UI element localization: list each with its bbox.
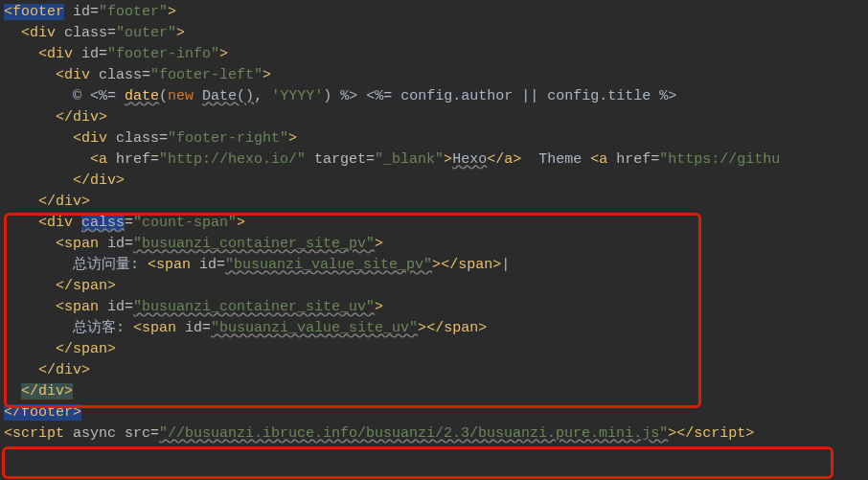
code-line: </div> <box>4 107 868 128</box>
highlight-box-2 <box>2 446 834 479</box>
code-editor[interactable]: <footer id="footer"> <div class="outer">… <box>0 0 868 480</box>
code-line: </div> <box>4 192 868 213</box>
code-line: <div class="footer-left"> <box>4 65 868 86</box>
code-line: </div> <box>4 381 868 402</box>
code-line: <span id="busuanzi_container_site_pv"> <box>4 234 868 255</box>
code-line: © <%= date(new Date(), 'YYYY') %> <%= co… <box>4 86 868 107</box>
code-line: <div id="footer-info"> <box>4 44 868 65</box>
code-line: <div class="outer"> <box>4 23 868 44</box>
code-line: <div class="footer-right"> <box>4 128 868 149</box>
code-line: <script async src="//busuanzi.ibruce.inf… <box>4 423 868 445</box>
code-line: 总访客: <span id="busuanzi_value_site_uv"><… <box>4 318 868 339</box>
code-line: </span> <box>4 339 868 360</box>
code-line: </footer> <box>4 402 868 423</box>
code-line: 总访问量: <span id="busuanzi_value_site_pv">… <box>4 255 868 276</box>
code-line: </span> <box>4 276 868 297</box>
code-line: </div> <box>4 171 868 192</box>
code-line: <span id="busuanzi_container_site_uv"> <box>4 297 868 318</box>
code-line: </div> <box>4 360 868 381</box>
code-line: <div calss="count-span"> <box>4 213 868 234</box>
code-line: <a href="http://hexo.io/" target="_blank… <box>4 149 868 171</box>
code-line: <footer id="footer"> <box>4 2 868 23</box>
